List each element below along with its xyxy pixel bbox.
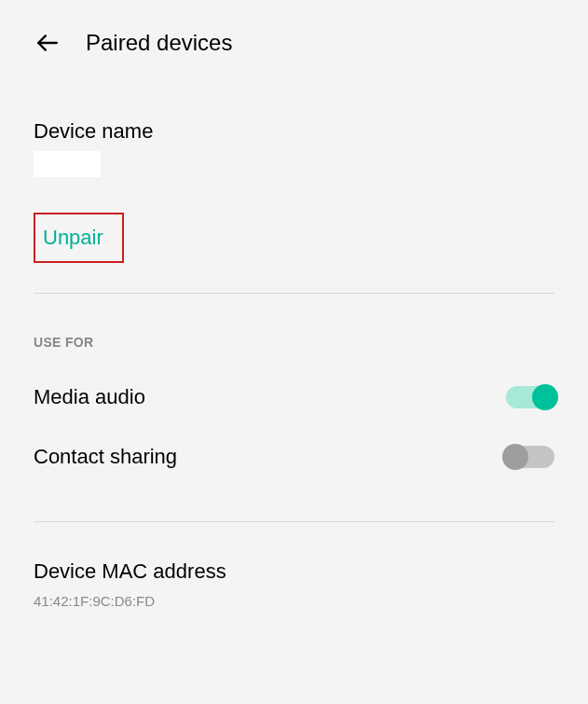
mac-address-label: Device MAC address (34, 559, 554, 584)
divider (34, 521, 554, 522)
media-audio-label: Media audio (34, 385, 145, 409)
contact-sharing-row: Contact sharing (34, 445, 554, 469)
content: Device name Unpair USE FOR Media audio C… (0, 119, 588, 609)
header: Paired devices (0, 0, 588, 86)
device-name-value[interactable] (34, 151, 101, 177)
mac-address-value: 41:42:1F:9C:D6:FD (34, 593, 554, 609)
divider (34, 293, 554, 294)
media-audio-row: Media audio (34, 385, 554, 409)
device-name-label: Device name (34, 119, 554, 144)
device-name-section: Device name (34, 119, 554, 181)
mac-address-section: Device MAC address 41:42:1F:9C:D6:FD (34, 559, 554, 609)
page-title: Paired devices (86, 30, 232, 56)
use-for-section-label: USE FOR (34, 335, 554, 350)
media-audio-toggle[interactable] (506, 386, 554, 408)
back-arrow-icon[interactable] (35, 31, 60, 55)
unpair-button[interactable]: Unpair (43, 226, 103, 249)
contact-sharing-label: Contact sharing (34, 445, 177, 469)
contact-sharing-toggle[interactable] (506, 446, 554, 468)
unpair-highlight-box: Unpair (34, 213, 124, 263)
